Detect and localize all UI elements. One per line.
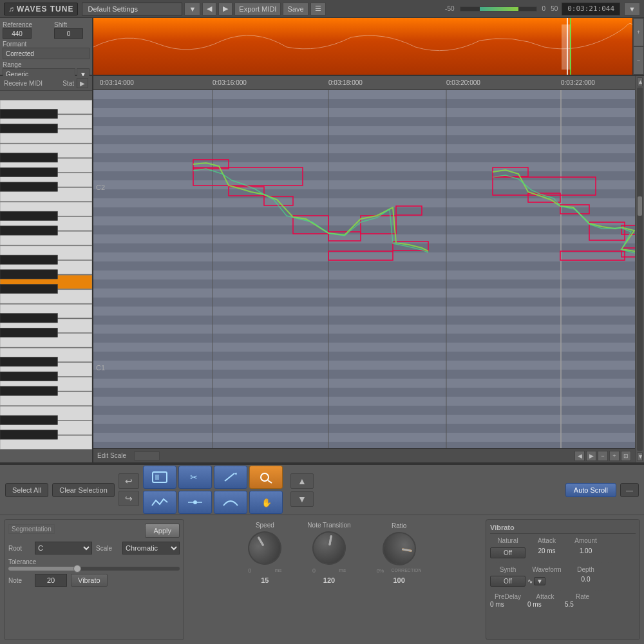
undo-btn[interactable]: ↩ [118, 473, 139, 489]
svg-rect-31 [0, 255, 57, 264]
scale-select[interactable]: ChromaticMajorMinor [122, 542, 180, 554]
scissors-tool-btn[interactable]: ✂ [178, 466, 212, 489]
select-all-btn[interactable]: Select All [5, 483, 48, 497]
vibrato-btn[interactable]: Vibrato [71, 574, 108, 587]
natural-attack-val: 20 ms [527, 547, 566, 558]
zoom-plus-btn[interactable]: + [609, 451, 620, 461]
green-line [570, 18, 571, 75]
scroll-up-btn[interactable]: ▲ [637, 77, 643, 86]
note-trans-label: Note Transition [307, 522, 350, 529]
export-midi-btn[interactable]: Export MIDI [234, 3, 281, 15]
root-scale-row: Root CC#DEb Scale ChromaticMajorMinor [8, 542, 180, 554]
svg-text:C2: C2 [96, 184, 105, 191]
left-piano-panel: Receive MIDI Stat ▶ [0, 76, 93, 462]
hand-tool-btn[interactable]: ✋ [249, 491, 283, 514]
zoom-tool-btn[interactable] [249, 466, 283, 489]
svg-rect-25 [0, 124, 57, 133]
svg-rect-33 [0, 284, 57, 293]
ratio-max: CORRECTION [392, 568, 422, 574]
predelay-rate-group: Rate 5.5 [565, 593, 600, 608]
natural-off-btn[interactable]: Off [490, 547, 526, 558]
svg-rect-27 [0, 167, 57, 176]
synth-values: Off ∿ ▼ 0.0 [490, 576, 636, 587]
note-trans-knob-group: Note Transition 0 ms 120 [307, 522, 350, 584]
menu-btn[interactable]: ☰ [310, 3, 326, 15]
time-label-3: 0:03:20:000 [446, 79, 480, 86]
ratio-knob[interactable] [380, 529, 419, 568]
waveform-view[interactable] [93, 18, 632, 75]
extra-up-btn[interactable]: ▲ [290, 473, 314, 489]
time-display: 0:03:21:044 [562, 3, 620, 15]
dash-btn[interactable]: — [620, 483, 639, 497]
scroll-track[interactable] [637, 88, 643, 451]
redo-btn[interactable]: ↪ [118, 491, 139, 506]
auto-scroll-btn[interactable]: Auto Scroll [565, 483, 616, 497]
piano-keys-svg [0, 91, 92, 462]
preset-name-input[interactable] [82, 3, 182, 15]
nav-right-btn[interactable]: ▶ [586, 451, 596, 461]
midi-row: Receive MIDI Stat ▶ [0, 76, 92, 91]
preset-prev-btn[interactable]: ◀ [202, 3, 216, 15]
svg-rect-28 [0, 182, 57, 191]
time-value: 0:03:21:044 [567, 5, 614, 13]
curve-tool-btn[interactable] [214, 491, 247, 514]
svg-text:✋: ✋ [261, 497, 272, 508]
synth-label: Synth [490, 566, 526, 573]
speed-max-label: ms [275, 567, 282, 574]
grid-svg: C2 C1 [93, 90, 635, 448]
nav-left-btn[interactable]: ◀ [574, 451, 585, 461]
pitch-tool-btn[interactable] [143, 491, 176, 514]
synth-waveform-label: Waveform [527, 566, 566, 573]
play-btn[interactable]: ▶ [77, 78, 88, 88]
bottom-piano-bar: Edit Scale ◀ ▶ − + ⊡ [93, 448, 635, 462]
range-label: Range [3, 61, 90, 68]
stat-label: Stat [62, 80, 74, 87]
svg-marker-73 [234, 473, 237, 475]
reference-input[interactable] [3, 28, 32, 39]
natural-headers: Natural Attack Amount [490, 537, 636, 544]
preset-menu-btn[interactable]: ▼ [184, 3, 200, 15]
synth-waveform-group: ∿ ▼ [527, 576, 566, 587]
natural-values: Off 20 ms 1.00 [490, 547, 636, 558]
overview-zoom-in-btn[interactable]: + [633, 18, 644, 46]
save-btn[interactable]: Save [283, 3, 308, 15]
grid-container: 0:03:14:000 0:03:16:000 0:03:18:000 0:03… [93, 76, 635, 462]
fit-btn[interactable]: ⊡ [621, 451, 631, 461]
select-btns: Select All Clear Selection [5, 483, 115, 497]
formant-btn[interactable]: Corrected [3, 48, 90, 59]
zoom-minus-btn[interactable]: − [598, 451, 608, 461]
scroll-thumb [638, 196, 642, 216]
note-trans-max-label: ms [339, 567, 346, 574]
pencil-tool-btn[interactable] [214, 466, 247, 489]
synth-section: Synth Waveform Depth Off ∿ ▼ 0.0 [490, 562, 636, 587]
clear-selection-btn[interactable]: Clear Selection [52, 483, 115, 497]
speed-knob[interactable] [242, 525, 288, 571]
pitch-point-tool-btn[interactable] [178, 491, 212, 514]
preset-next-btn[interactable]: ▶ [218, 3, 232, 15]
speed-value: 15 [261, 576, 269, 584]
svg-rect-43 [93, 90, 635, 448]
note-trans-knob[interactable] [310, 529, 348, 567]
pre-delay-rate-label: Rate [565, 593, 600, 600]
select-tool-btn[interactable] [143, 466, 176, 489]
tolerance-slider[interactable] [8, 567, 180, 571]
predelay-group: PreDelay 0 ms [490, 593, 526, 608]
overview-area: Reference Shift Formant Corrected Range … [0, 18, 644, 76]
svg-rect-34 [0, 314, 57, 323]
left-params-panel: Reference Shift Formant Corrected Range … [0, 18, 93, 75]
svg-line-72 [225, 473, 234, 481]
shift-input[interactable] [54, 28, 83, 39]
synth-waveform-dropdown[interactable]: ▼ [534, 577, 545, 585]
synth-off-btn[interactable]: Off [490, 576, 526, 587]
scroll-down-btn[interactable]: ▼ [637, 452, 643, 461]
svg-point-74 [261, 473, 269, 481]
overview-zoom-out-btn[interactable]: − [633, 46, 644, 75]
note-input[interactable] [35, 574, 67, 587]
extra-down-btn[interactable]: ▼ [290, 491, 314, 507]
synth-headers: Synth Waveform Depth [490, 566, 636, 573]
right-scrollbar[interactable]: ▲ ▼ [635, 76, 644, 462]
ratio-label: Ratio [392, 522, 406, 529]
apply-btn[interactable]: Apply [145, 524, 180, 538]
time-menu-btn[interactable]: ▼ [624, 3, 640, 15]
root-select[interactable]: CC#DEb [35, 542, 92, 554]
